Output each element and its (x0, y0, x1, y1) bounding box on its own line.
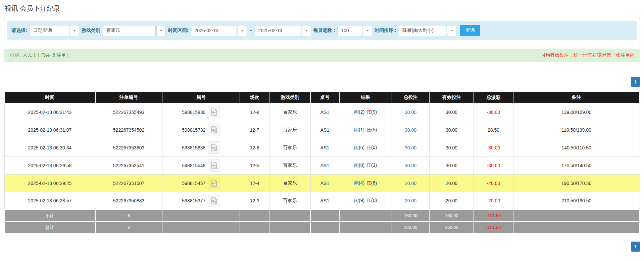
footer-valid-bet: 160.00 (429, 210, 474, 221)
cell-total-bet[interactable]: 30.00 (392, 139, 430, 156)
video-replay-button[interactable] (208, 177, 220, 189)
header-total-bet: 总投注 (392, 92, 430, 103)
video-replay-button[interactable] (208, 159, 220, 172)
cell-total-bet[interactable]: 20.00 (392, 192, 430, 210)
video-replay-button[interactable] (208, 124, 220, 136)
cell-table-no: AS1 (310, 174, 339, 192)
video-replay-button[interactable] (208, 195, 220, 207)
page-size-combobox (337, 25, 372, 36)
header-bet-id: 注单编号 (95, 92, 162, 103)
cell-session: 12-6 (240, 139, 269, 156)
page-1-button[interactable]: 1 (631, 242, 640, 252)
result-banker-label: 庄 (366, 198, 371, 203)
page-size-input[interactable] (337, 25, 362, 36)
game-type-label: 游戏类别 (82, 27, 100, 34)
time-sort-input[interactable] (399, 25, 446, 36)
footer-count: 6 (95, 210, 162, 221)
date-to-input[interactable] (255, 25, 301, 36)
page-size-label: 每页笔数 : (313, 27, 335, 34)
round-id-text: 598815548 (182, 163, 205, 168)
video-replay-icon (210, 179, 218, 187)
cell-payout: -20.00 (474, 192, 513, 210)
cell-total-bet[interactable]: 20.00 (392, 174, 430, 192)
game-type-dropdown-button[interactable] (156, 25, 166, 36)
date-from-input[interactable] (191, 25, 237, 36)
cell-total-bet[interactable]: 30.00 (392, 156, 430, 174)
date-to-dropdown-button[interactable] (302, 25, 311, 36)
cell-total-bet[interactable]: 30.00 (392, 103, 430, 121)
footer-label: 总计 (4, 221, 95, 233)
header-valid-bet: 有效投注 (429, 92, 474, 103)
video-replay-icon (210, 144, 218, 151)
result-player-value: (2) (359, 109, 364, 115)
cell-time: 2025-02-13 06:28:57 (4, 192, 95, 210)
table-row: 2025-02-13 06:29:58 522267352541 5988155… (4, 156, 640, 174)
caret-down-icon (450, 30, 453, 31)
video-replay-button[interactable] (208, 106, 220, 118)
cell-payout: 28.50 (474, 121, 513, 139)
cell-valid-bet: 30.00 (429, 103, 474, 121)
cell-game-type: 百家乐 (269, 174, 310, 192)
round-id-text: 598815457 (182, 181, 205, 186)
cell-time: 2025-02-13 06:30:34 (4, 139, 95, 156)
bet-records-table: 时间 注单编号 局号 场次 游戏类别 桌号 结果 总投注 有效投注 总派彩 备注… (4, 91, 640, 234)
result-player-label: 闲 (354, 127, 359, 132)
query-type-combobox (30, 25, 79, 36)
caret-down-icon (305, 30, 308, 31)
cell-valid-bet: 30.00 (429, 156, 474, 174)
page-title: 视讯 会员下注纪录 (5, 4, 640, 13)
result-banker-label: 庄 (366, 127, 371, 132)
game-type-input[interactable] (103, 25, 156, 36)
footer-total-bet: 160.00 (392, 210, 430, 221)
cell-remark: 110.50/139.00 (513, 121, 640, 139)
page-1-button[interactable]: 1 (631, 77, 640, 87)
cell-game-type: 百家乐 (269, 139, 310, 156)
date-to-combobox (255, 25, 311, 36)
result-player-value: (6) (359, 145, 364, 150)
result-banker-value: (9) (371, 109, 377, 115)
cell-game-type: 百家乐 (269, 156, 310, 174)
cell-remark: 139.00/109.00 (513, 103, 640, 121)
date-from-dropdown-button[interactable] (238, 25, 247, 36)
cell-session: 12-8 (240, 103, 269, 121)
result-player-value: (8) (359, 162, 364, 168)
result-banker-label: 庄 (366, 145, 371, 150)
table-header: 时间 注单编号 局号 场次 游戏类别 桌号 结果 总投注 有效投注 总派彩 备注 (4, 92, 640, 103)
cell-bet-id: 522267354502 (95, 121, 162, 139)
cell-time: 2025-02-13 06:29:58 (4, 156, 95, 174)
cell-remark: 170.50/140.50 (513, 156, 640, 174)
header-session: 场次 (240, 92, 269, 103)
round-id-text: 598815830 (182, 110, 205, 115)
query-type-input[interactable] (30, 25, 69, 36)
caret-down-icon (366, 30, 369, 31)
cell-result: 闲(9)庄(0) (339, 192, 392, 210)
table-row: 2025-02-13 06:29:25 522267351507 5988154… (4, 174, 640, 192)
date-from-combobox (191, 25, 247, 36)
search-button[interactable]: 查询 (460, 25, 480, 36)
round-id-text: 598815377 (182, 198, 205, 203)
result-player-value: (4) (359, 180, 364, 186)
cell-session: 12-3 (240, 192, 269, 210)
result-banker-value: (5) (371, 127, 377, 132)
cell-game-type: 百家乐 (269, 103, 310, 121)
result-banker-label: 庄 (366, 109, 371, 115)
page-size-dropdown-button[interactable] (363, 25, 372, 36)
cell-result: 闲(6)庄(0) (339, 139, 392, 156)
cell-round-id: 598815457 (162, 174, 240, 192)
cell-total-bet[interactable]: 30.00 (392, 121, 430, 139)
video-replay-icon (210, 197, 218, 205)
cell-payout: -30.00 (474, 156, 513, 174)
cell-table-no: AS1 (310, 121, 339, 139)
time-sort-dropdown-button[interactable] (447, 25, 456, 36)
cell-table-no: AS1 (310, 103, 339, 121)
header-time: 时间 (4, 92, 95, 103)
query-type-dropdown-button[interactable] (70, 25, 79, 36)
cell-round-id: 598815638 (162, 139, 240, 156)
video-replay-button[interactable] (208, 141, 220, 154)
time-sort-combobox (399, 25, 456, 36)
table-row: 2025-02-13 06:31:43 522267355493 5988158… (4, 103, 640, 121)
result-player-value: (1) (359, 127, 364, 132)
result-banker-label: 庄 (366, 180, 371, 186)
cell-time: 2025-02-13 06:31:43 (4, 103, 95, 121)
cell-valid-bet: 20.00 (429, 174, 474, 192)
